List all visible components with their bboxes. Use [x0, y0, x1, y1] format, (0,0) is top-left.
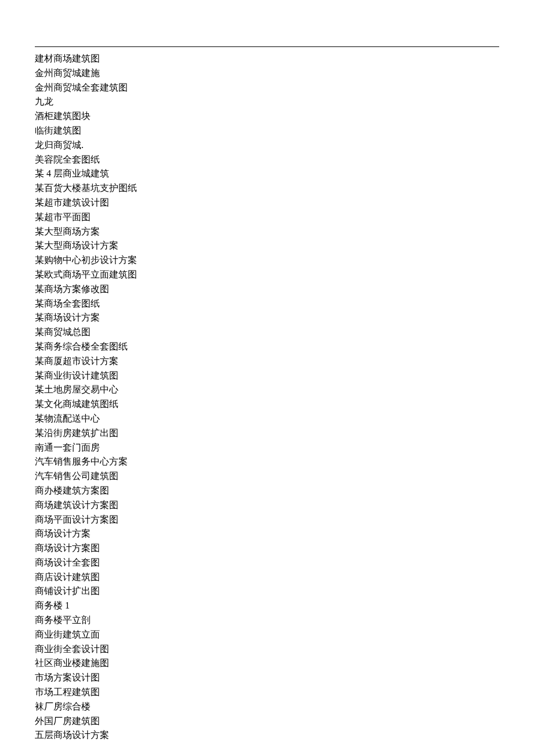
- list-item: 外国厂房建筑图: [35, 714, 499, 729]
- list-item: 商业街建筑立面: [35, 628, 499, 642]
- list-item: 某物流配送中心: [35, 412, 499, 426]
- list-item: 商场建筑设计方案图: [35, 498, 499, 513]
- list-item: 金州商贸城建施: [35, 66, 499, 81]
- list-item: 商场设计方案图: [35, 541, 499, 556]
- list-item: 商业街全套设计图: [35, 642, 499, 657]
- list-item: 临街建筑图: [35, 124, 499, 138]
- list-item: 某欧式商场平立面建筑图: [35, 268, 499, 282]
- list-item: 金州商贸城全套建筑图: [35, 81, 499, 95]
- list-item: 商场平面设计方案图: [35, 513, 499, 527]
- list-item: 某文化商城建筑图纸: [35, 397, 499, 412]
- list-item: 某超市建筑设计图: [35, 196, 499, 210]
- list-item: 建材商场建筑图: [35, 52, 499, 66]
- list-item: 市场工程建筑图: [35, 685, 499, 700]
- list-item: 某商场设计方案: [35, 311, 499, 325]
- list-item: 某商务综合楼全套图纸: [35, 340, 499, 354]
- list-item: 某 4 层商业城建筑: [35, 167, 499, 181]
- document-list: 建材商场建筑图金州商贸城建施金州商贸城全套建筑图九龙酒柜建筑图块临街建筑图龙归商…: [35, 52, 499, 743]
- list-item: 龙归商贸城.: [35, 138, 499, 153]
- list-item: 某大型商场方案: [35, 225, 499, 239]
- list-item: 市场方案设计图: [35, 671, 499, 685]
- list-item: 社区商业楼建施图: [35, 656, 499, 671]
- list-item: 某购物中心初步设计方案: [35, 253, 499, 268]
- list-item: 某商场全套图纸: [35, 297, 499, 311]
- list-item: 商铺设计扩出图: [35, 584, 499, 599]
- list-item: 袜厂房综合楼: [35, 700, 499, 714]
- list-item: 某百货大楼基坑支护图纸: [35, 181, 499, 196]
- list-item: 商务楼平立剖: [35, 613, 499, 628]
- list-item: 某大型商场设计方案: [35, 239, 499, 253]
- list-item: 商场设计方案: [35, 527, 499, 541]
- list-item: 商办楼建筑方案图: [35, 484, 499, 498]
- list-item: 美容院全套图纸: [35, 153, 499, 167]
- list-item: 南通一套门面房: [35, 441, 499, 455]
- horizontal-divider: [35, 46, 499, 47]
- list-item: 某商业街设计建筑图: [35, 369, 499, 383]
- list-item: 某土地房屋交易中心: [35, 383, 499, 397]
- list-item: 某超市平面图: [35, 210, 499, 225]
- list-item: 酒柜建筑图块: [35, 109, 499, 124]
- list-item: 九龙: [35, 95, 499, 109]
- list-item: 商务楼 1: [35, 599, 499, 613]
- list-item: 某商贸城总图: [35, 325, 499, 340]
- list-item: 商场设计全套图: [35, 556, 499, 570]
- list-item: 某商厦超市设计方案: [35, 354, 499, 369]
- list-item: 五层商场设计方案: [35, 728, 499, 743]
- list-item: 汽车销售服务中心方案: [35, 455, 499, 469]
- list-item: 商店设计建筑图: [35, 570, 499, 585]
- list-item: 某商场方案修改图: [35, 282, 499, 297]
- list-item: 某沿街房建筑扩出图: [35, 426, 499, 441]
- list-item: 汽车销售公司建筑图: [35, 469, 499, 484]
